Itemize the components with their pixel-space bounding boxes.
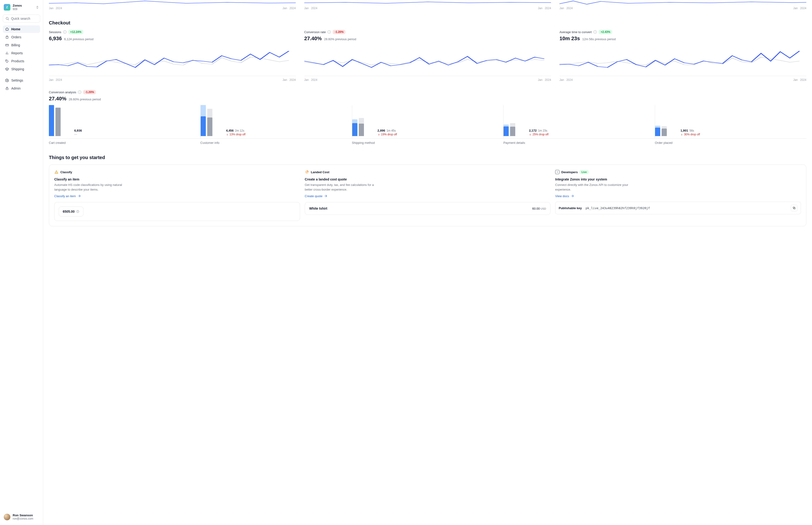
card-desc: Automate HS code classifications by usin…	[54, 183, 129, 192]
step-time: 2m 12s	[235, 129, 244, 132]
step-value: 6,936	[74, 129, 82, 132]
date-label: Jan	[282, 78, 287, 81]
user-menu[interactable]: Ron Swanson ron@zonos.com	[3, 512, 40, 522]
date-label: Jan	[304, 6, 309, 10]
info-icon[interactable]: i	[78, 90, 81, 94]
funnel-step: 4,4562m 12s 13% drop off	[200, 105, 352, 138]
classify-icon	[54, 170, 59, 174]
nav-settings[interactable]: Settings	[3, 77, 40, 84]
link-label: Create quote	[305, 194, 322, 198]
date-label: 2024	[56, 78, 62, 81]
date-label: 2024	[800, 6, 806, 10]
org-id: 909	[13, 7, 33, 11]
delta-pill: +12.24%	[68, 30, 83, 34]
live-badge: Live	[580, 170, 588, 174]
card-title: Create a landed cost quote	[305, 177, 551, 181]
metric-label: Average time to convert	[560, 30, 592, 34]
metric-conversion: Conversion rate i -1.20% 27.40% 28.60% p…	[304, 30, 551, 81]
nav-shipping[interactable]: Shipping	[3, 65, 40, 73]
classify-link[interactable]: Classify an item	[54, 194, 81, 198]
info-icon[interactable]: i	[63, 30, 66, 34]
view-docs-link[interactable]: View docs	[555, 194, 574, 198]
step-value: 1,901	[680, 129, 688, 132]
nav-admin[interactable]: Admin	[3, 85, 40, 92]
nav-billing[interactable]: Billing	[3, 41, 40, 49]
item-currency: USD	[541, 207, 546, 210]
step-label: Payment details	[503, 141, 655, 145]
box-icon	[5, 67, 9, 71]
date-label: Jan	[49, 78, 53, 81]
main: Jan2024Jan2024 Jan2024Jan2024 Jan2024Jan…	[43, 0, 812, 525]
card-developers: Developers Live Integrate Zonos into you…	[555, 170, 801, 221]
step-time: 1m 23s	[538, 129, 547, 132]
copy-button[interactable]	[791, 205, 797, 211]
metric-prev: 12m 56s previous period	[582, 38, 616, 41]
date-label: 2024	[289, 6, 296, 10]
delta-pill: -1.20%	[83, 90, 96, 94]
search-icon	[5, 17, 9, 20]
preview-amount: 6505.00	[63, 210, 75, 213]
metric-label: Conversion rate	[304, 30, 326, 34]
step-label: Customer info	[200, 141, 352, 145]
lock-icon	[5, 87, 9, 90]
card-title: Classify an item	[54, 177, 300, 181]
nav-orders-label: Orders	[11, 35, 21, 39]
drop-off: 13% drop off	[226, 133, 246, 136]
landed-cost-icon	[305, 170, 309, 174]
nav-reports[interactable]: Reports	[3, 49, 40, 57]
date-label: 2024	[566, 6, 573, 10]
step-value: 4,456	[226, 129, 234, 132]
step-value: 2,172	[529, 129, 537, 132]
link-label: Classify an item	[54, 194, 76, 198]
date-label: Jan	[49, 6, 53, 10]
date-label: Jan	[538, 6, 542, 10]
date-label: Jan	[304, 78, 309, 81]
copy-icon	[793, 206, 796, 210]
landed-cost-link[interactable]: Create quote	[305, 194, 327, 198]
svg-rect-1	[6, 44, 9, 46]
date-label: 2024	[545, 78, 551, 81]
step-label: Order placed	[655, 141, 806, 145]
mini-chart-2	[304, 0, 551, 5]
info-icon[interactable]: i	[594, 30, 597, 34]
user-email: ron@zonos.com	[13, 517, 33, 520]
arrow-right-icon	[77, 194, 81, 198]
step-label: Shipping method	[352, 141, 504, 145]
funnel-step: 2,1721m 23s 25% drop off	[503, 105, 655, 138]
metric-label: Sessions	[49, 30, 61, 34]
date-label: 2024	[289, 78, 296, 81]
svg-rect-4	[6, 88, 8, 90]
arrow-right-icon	[570, 194, 574, 198]
svg-point-3	[6, 80, 7, 81]
nav-orders[interactable]: Orders	[3, 33, 40, 41]
step-time: 1m 45s	[386, 129, 396, 132]
delta-pill: +2.43%	[599, 30, 612, 34]
date-label: Jan	[560, 6, 564, 10]
chevron-up-down-icon	[35, 5, 39, 9]
mini-chart-3	[560, 0, 806, 5]
avatar	[4, 514, 10, 520]
org-logo: Z	[4, 4, 10, 11]
date-label: Jan	[793, 78, 798, 81]
card-tag: Classify	[60, 170, 72, 174]
delta-pill: -1.20%	[333, 30, 346, 34]
metric-value: 6,936	[49, 35, 62, 42]
nav-shipping-label: Shipping	[11, 67, 24, 71]
drop-off: 19% drop off	[378, 133, 397, 136]
conversion-chart	[304, 46, 551, 76]
funnel-step: 2,8961m 45s 19% drop off	[352, 105, 504, 138]
card-desc: Connect directly with the Zonos API to c…	[555, 183, 630, 192]
org-switcher[interactable]: Z Zonos 909	[3, 3, 40, 14]
drop-off: 25% drop off	[529, 133, 548, 136]
nav-home[interactable]: Home	[3, 25, 40, 33]
sessions-chart	[49, 46, 296, 76]
card-title: Integrate Zonos into your system	[555, 177, 801, 181]
search-input[interactable]: Quick search	[3, 15, 40, 22]
card-tag: Landed Cost	[311, 170, 330, 174]
step-value: 2,896	[378, 129, 385, 132]
nav-home-label: Home	[11, 27, 20, 31]
info-icon[interactable]: i	[327, 30, 331, 34]
nav-products[interactable]: Products	[3, 57, 40, 65]
card-landed-cost: Landed Cost Create a landed cost quote G…	[305, 170, 551, 221]
item-price: 60.00	[532, 207, 540, 210]
